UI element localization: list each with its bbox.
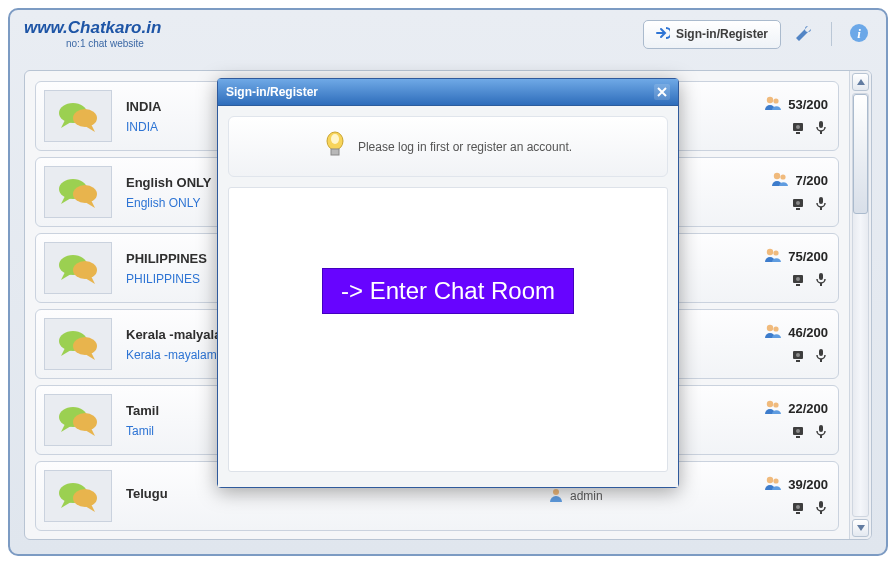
svg-rect-58 — [331, 149, 339, 155]
modal-body: Please log in first or register an accou… — [218, 106, 678, 487]
modal-title-text: Sign-in/Register — [226, 85, 318, 99]
modal-message: Please log in first or register an accou… — [358, 140, 572, 154]
close-icon — [657, 87, 667, 97]
signin-modal: Sign-in/Register Please log in first or … — [217, 78, 679, 488]
modal-overlay: Sign-in/Register Please log in first or … — [0, 0, 896, 564]
enter-chat-button[interactable]: -> Enter Chat Room — [322, 268, 574, 314]
modal-content: -> Enter Chat Room — [228, 187, 668, 472]
lightbulb-icon — [324, 131, 346, 162]
modal-info-box: Please log in first or register an accou… — [228, 116, 668, 177]
modal-titlebar: Sign-in/Register — [218, 79, 678, 106]
svg-point-59 — [331, 134, 339, 144]
modal-close-button[interactable] — [654, 84, 670, 100]
